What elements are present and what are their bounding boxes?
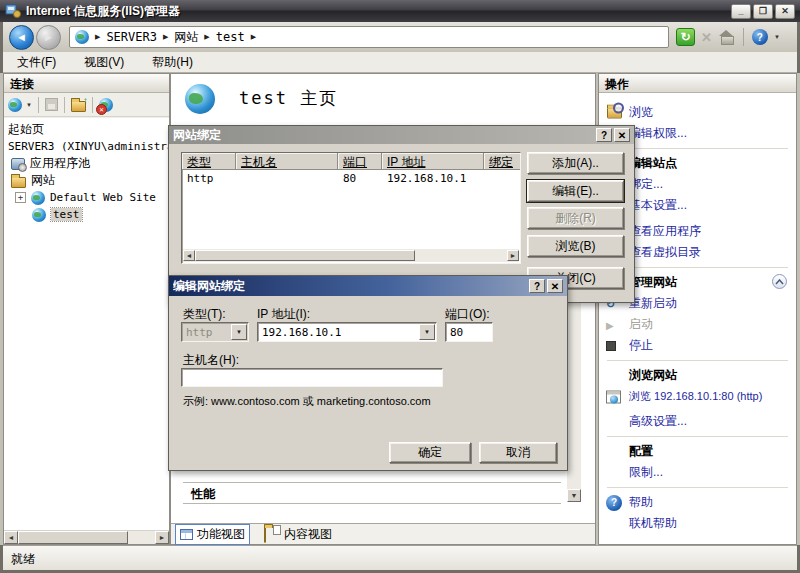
- bindings-table[interactable]: 类型 主机名 端口 IP 地址 绑定 http 80 192.168.10.1 …: [181, 152, 521, 264]
- connections-hscrollbar[interactable]: ◄ ►: [4, 530, 169, 544]
- close-button[interactable]: ✕: [775, 4, 795, 19]
- bindings-hscrollbar[interactable]: ◄ ►: [183, 249, 519, 262]
- help-button[interactable]: ?: [752, 29, 768, 45]
- iis-manager-window: Internet 信息服务(IIS)管理器 _ ❐ ✕ ◄ ► ▶ SERVER…: [0, 0, 800, 573]
- tree-item-app-pools[interactable]: 应用程序池: [4, 155, 169, 172]
- titlebar[interactable]: Internet 信息服务(IIS)管理器 _ ❐ ✕: [0, 0, 800, 22]
- browser-globe-icon: [606, 390, 621, 403]
- tab-features-view[interactable]: 功能视图: [175, 524, 250, 545]
- expand-icon[interactable]: +: [15, 192, 26, 203]
- scroll-left-icon[interactable]: ◄: [4, 531, 18, 544]
- action-advanced-settings[interactable]: 高级设置...: [599, 411, 796, 432]
- dialog-help-button[interactable]: ?: [596, 128, 612, 142]
- connections-tree: 起始页 SERVER3 (XINYU\administrat 应用程序池 网站 …: [4, 118, 169, 530]
- delete-connection-icon[interactable]: [99, 98, 113, 112]
- column-port[interactable]: 端口: [338, 153, 382, 170]
- action-stop[interactable]: 停止: [599, 335, 796, 356]
- window-title: Internet 信息服务(IIS)管理器: [26, 3, 726, 20]
- connections-panel: 连接 ▼ 起始页 SERVER3 (XINYU\administrat: [3, 73, 170, 545]
- toolbar-separator: [92, 97, 93, 113]
- scroll-right-icon[interactable]: ►: [155, 531, 169, 544]
- action-browse[interactable]: 浏览: [599, 102, 796, 123]
- breadcrumb-item-server[interactable]: SERVER3: [106, 30, 157, 44]
- column-type[interactable]: 类型: [182, 153, 236, 170]
- scrollbar-thumb[interactable]: [18, 531, 128, 544]
- breadcrumb[interactable]: ▶ SERVER3 ▶ 网站 ▶ test ▶: [69, 26, 669, 48]
- site-globe-icon: [31, 191, 45, 205]
- tab-content-view[interactable]: 内容视图: [260, 525, 336, 544]
- connection-dropdown-icon[interactable]: ▼: [26, 102, 32, 108]
- chevron-right-icon: ▶: [251, 33, 256, 41]
- scroll-left-icon[interactable]: ◄: [183, 250, 195, 261]
- chevron-right-icon: ▶: [204, 33, 209, 41]
- action-limits[interactable]: 限制...: [599, 462, 796, 483]
- toolbar-separator: [64, 97, 65, 113]
- action-start: ▶ 启动: [599, 314, 796, 335]
- column-ip[interactable]: IP 地址: [382, 153, 484, 170]
- tree-item-sites[interactable]: 网站: [4, 172, 169, 189]
- breadcrumb-item-sites[interactable]: 网站: [174, 29, 198, 46]
- action-browse-url[interactable]: 浏览 192.168.10.1:80 (http): [599, 386, 796, 407]
- back-button[interactable]: ◄: [9, 25, 34, 50]
- port-label: 端口(O):: [445, 306, 490, 323]
- dialog-close-icon[interactable]: ✕: [614, 128, 630, 142]
- dialog-close-icon[interactable]: ✕: [547, 279, 563, 293]
- port-input[interactable]: [445, 322, 493, 342]
- edit-button[interactable]: 编辑(E)..: [527, 180, 624, 202]
- tree-item-default-web-site[interactable]: + Default Web Site: [4, 189, 169, 206]
- performance-section-header[interactable]: 性能: [183, 482, 561, 504]
- chevron-down-icon[interactable]: ▼: [419, 324, 435, 340]
- main-area: 连接 ▼ 起始页 SERVER3 (XINYU\administrat: [0, 73, 800, 545]
- chevron-right-icon: ▶: [163, 33, 168, 41]
- edit-binding-dialog-titlebar[interactable]: 编辑网站绑定 ? ✕: [169, 276, 567, 296]
- collapse-chevron-icon[interactable]: [772, 274, 787, 289]
- browse-button[interactable]: 浏览(B): [527, 235, 624, 257]
- column-binding[interactable]: 绑定: [484, 153, 521, 170]
- cancel-button[interactable]: 取消: [479, 442, 557, 463]
- app-icon: [5, 4, 21, 18]
- home-button[interactable]: [718, 30, 735, 44]
- content-view-icon: [264, 528, 280, 541]
- content-header: test 主页: [171, 74, 595, 123]
- action-help[interactable]: ? 帮助: [599, 492, 796, 513]
- dialog-help-button[interactable]: ?: [529, 279, 545, 293]
- menu-file[interactable]: 文件(F): [17, 54, 56, 71]
- column-host[interactable]: 主机名: [236, 153, 338, 170]
- toolbar-separator: [743, 28, 744, 46]
- separator: [607, 487, 788, 488]
- scroll-down-icon[interactable]: ▼: [567, 489, 581, 502]
- menu-view[interactable]: 视图(V): [84, 54, 124, 71]
- tree-item-start-page[interactable]: 起始页: [4, 121, 169, 138]
- host-input[interactable]: [181, 368, 443, 387]
- site-bindings-dialog-titlebar[interactable]: 网站绑定 ? ✕: [169, 126, 634, 144]
- menu-help[interactable]: 帮助(H): [152, 54, 193, 71]
- help-dropdown-icon[interactable]: ▼: [774, 34, 780, 40]
- up-level-icon[interactable]: [71, 101, 86, 112]
- save-connection-icon: [45, 98, 58, 111]
- scroll-right-icon[interactable]: ►: [507, 250, 519, 261]
- bindings-table-header: 类型 主机名 端口 IP 地址 绑定: [182, 153, 520, 170]
- binding-row[interactable]: http 80 192.168.10.1: [182, 170, 520, 186]
- add-button[interactable]: 添加(A)..: [527, 152, 624, 174]
- separator: [607, 436, 788, 437]
- create-connection-icon[interactable]: [8, 98, 22, 112]
- chevron-right-icon: ▶: [95, 33, 100, 41]
- start-icon: ▶: [606, 319, 614, 330]
- ok-button[interactable]: 确定: [389, 442, 471, 463]
- scrollbar-thumb[interactable]: [195, 250, 415, 261]
- tree-item-server[interactable]: SERVER3 (XINYU\administrat: [4, 138, 169, 155]
- remove-button: 删除(R): [527, 207, 624, 229]
- section-browse-site: 浏览网站: [599, 365, 796, 386]
- actions-header: 操作: [599, 74, 796, 93]
- sites-folder-icon: [11, 177, 26, 188]
- breadcrumb-item-site[interactable]: test: [216, 30, 245, 44]
- tree-item-test[interactable]: test: [4, 206, 169, 223]
- ip-select[interactable]: 192.168.10.1 ▼: [257, 322, 437, 342]
- toolbar-separator: [38, 97, 39, 113]
- chevron-down-icon: ▼: [231, 324, 247, 340]
- action-online-help[interactable]: 联机帮助: [599, 513, 796, 534]
- refresh-button[interactable]: ↻: [676, 28, 695, 46]
- restore-button[interactable]: ❐: [753, 4, 773, 19]
- forward-button[interactable]: ►: [36, 25, 61, 50]
- minimize-button[interactable]: _: [731, 4, 751, 19]
